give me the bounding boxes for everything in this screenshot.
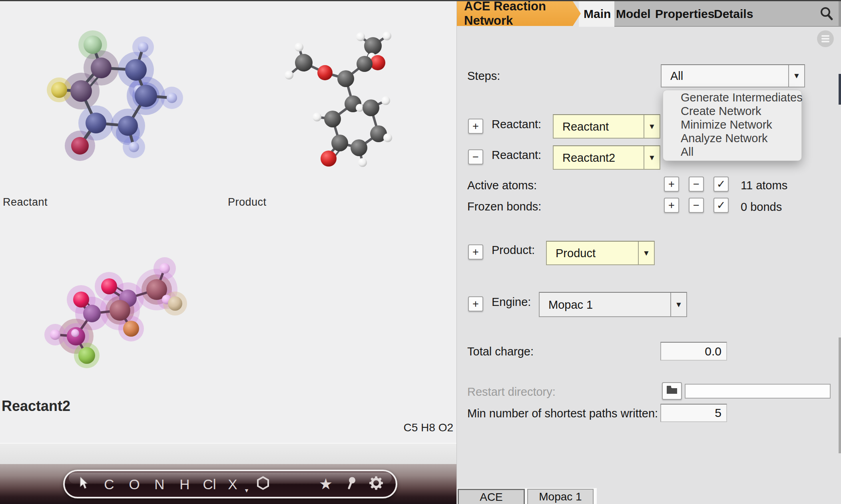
reactant2-value: Reactant2 — [562, 151, 615, 164]
element-hydrogen-button[interactable]: H — [179, 477, 189, 491]
search-icon[interactable] — [819, 6, 835, 23]
restart-directory-label: Restart directory: — [467, 385, 556, 399]
star-icon[interactable]: ★ — [319, 476, 333, 492]
ring-icon[interactable] — [256, 476, 270, 492]
add-engine-button[interactable]: + — [468, 296, 483, 312]
pin-icon[interactable] — [346, 476, 357, 492]
reactant2-combobox[interactable]: Reactant2 ▼ — [553, 145, 660, 170]
product-label: Product: — [492, 244, 535, 257]
product-molecule[interactable] — [276, 28, 416, 172]
steps-label: Steps: — [467, 69, 500, 83]
dropdown-arrow-icon[interactable]: ▼ — [788, 65, 804, 87]
menu-item-generate-intermediates[interactable]: Generate Intermediates — [681, 91, 803, 104]
frozen-bonds-count: 0 bonds — [741, 200, 782, 214]
reactant1-combobox[interactable]: Reactant ▼ — [553, 114, 660, 139]
tab-properties[interactable]: Properties — [655, 7, 714, 21]
steps-value: All — [670, 69, 683, 83]
menu-icon[interactable] — [817, 30, 834, 47]
engine-label: Engine: — [492, 296, 531, 309]
active-atoms-label: Active atoms: — [467, 179, 537, 192]
browse-directory-button[interactable] — [662, 382, 682, 400]
element-x-button[interactable]: X — [228, 477, 237, 491]
chemical-formula: C5 H8 O2 — [348, 421, 453, 434]
active-atom-halos — [47, 30, 183, 161]
product-combobox[interactable]: Product ▼ — [546, 241, 655, 265]
min-paths-field[interactable]: 5 — [660, 404, 727, 422]
reactant1-value: Reactant — [562, 120, 609, 133]
menu-item-analyze-network[interactable]: Analyze Network — [681, 132, 768, 145]
gear-icon[interactable] — [369, 476, 383, 492]
panel-title-tab[interactable]: ACE Reaction Network — [457, 1, 581, 26]
molecule-viewport[interactable]: Reactant Product Reactant2 C5 H8 O2 Prod… — [0, 0, 456, 504]
model-nav-bar: Product ◀ ▶ + − ▼ — [0, 443, 456, 465]
frozen-bonds-label: Frozen bonds: — [467, 200, 541, 213]
dropdown-arrow-icon[interactable]: ▼ — [644, 115, 660, 138]
min-paths-label: Min number of shortest paths written: — [467, 407, 658, 420]
element-chlorine-button[interactable]: Cl — [203, 477, 216, 491]
total-charge-label: Total charge: — [467, 345, 534, 358]
dropdown-arrow-icon[interactable]: ▼ — [638, 242, 654, 264]
active-atoms-apply-button[interactable]: ✓ — [713, 177, 729, 192]
frozen-bonds-remove-button[interactable]: − — [689, 198, 704, 213]
frozen-bonds-add-button[interactable]: + — [664, 198, 679, 213]
panel-title: ACE Reaction Network — [464, 0, 581, 28]
panel-right-edge-dark — [839, 74, 841, 105]
active-atoms-count: 11 atoms — [741, 179, 787, 192]
engine-value: Mopac 1 — [548, 298, 593, 311]
tab-details[interactable]: Details — [714, 7, 753, 21]
reactant2-label: Reactant: — [492, 149, 541, 162]
total-charge-field[interactable]: 0.0 — [660, 342, 727, 361]
ace-reaction-network-panel: ACE Reaction Network Main Model Properti… — [456, 0, 841, 504]
restart-directory-field[interactable] — [685, 384, 831, 399]
panel-right-edge — [839, 1, 841, 26]
menu-item-minimize-network[interactable]: Minimize Network — [681, 118, 772, 131]
add-reactant-button[interactable]: + — [468, 119, 483, 134]
bottom-tab-ace[interactable]: ACE — [458, 489, 525, 504]
reactant2-molecule[interactable] — [44, 256, 216, 375]
bottom-tab-mopac[interactable]: Mopac 1 — [527, 489, 594, 504]
tab-model[interactable]: Model — [616, 7, 651, 21]
tab-main-label[interactable]: Main — [584, 7, 611, 21]
reactant1-label: Reactant: — [492, 118, 541, 131]
viewer-toolbar-strip: C O N H Cl X ▼ ★ — [0, 464, 456, 504]
dropdown-arrow-icon[interactable]: ▼ — [644, 146, 660, 169]
panel-scrollbar[interactable] — [839, 337, 841, 453]
product-value: Product — [556, 246, 596, 260]
element-carbon-button[interactable]: C — [104, 477, 114, 491]
engine-combobox[interactable]: Mopac 1 ▼ — [539, 292, 687, 317]
steps-dropdown-menu: Generate Intermediates Create Network Mi… — [663, 90, 802, 161]
element-oxygen-button[interactable]: O — [129, 477, 140, 491]
menu-item-create-network[interactable]: Create Network — [681, 105, 761, 118]
remove-reactant-button[interactable]: − — [468, 149, 483, 165]
add-product-button[interactable]: + — [468, 244, 483, 260]
steps-combobox[interactable]: All ▼ — [661, 64, 805, 87]
element-nitrogen-button[interactable]: N — [154, 477, 164, 491]
window-top-border — [0, 0, 841, 1]
menu-item-all[interactable]: All — [681, 145, 694, 159]
element-toolbar: C O N H Cl X ▼ ★ — [63, 470, 397, 498]
folder-icon — [666, 385, 678, 397]
reactant-molecule[interactable] — [24, 22, 208, 178]
reactant2-label: Reactant2 — [2, 398, 70, 415]
element-x-dropdown-icon[interactable]: ▼ — [244, 487, 249, 494]
cursor-icon[interactable] — [79, 477, 89, 492]
frozen-bonds-apply-button[interactable]: ✓ — [713, 198, 729, 213]
product-label: Product — [228, 196, 267, 208]
app-window: Reactant Product Reactant2 C5 H8 O2 Prod… — [0, 0, 841, 504]
active-atoms-add-button[interactable]: + — [664, 177, 679, 192]
reactant-label: Reactant — [3, 196, 48, 208]
dropdown-arrow-icon[interactable]: ▼ — [670, 293, 686, 316]
active-atoms-remove-button[interactable]: − — [689, 177, 704, 192]
